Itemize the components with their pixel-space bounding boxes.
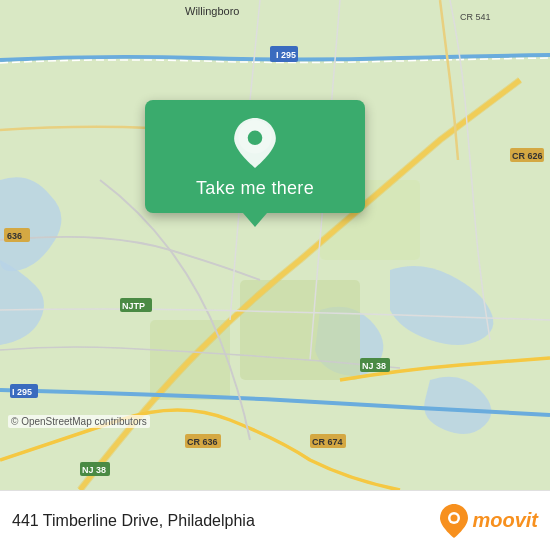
svg-text:I 295: I 295: [276, 50, 296, 60]
svg-text:NJTP: NJTP: [122, 301, 145, 311]
take-me-there-label: Take me there: [196, 178, 314, 199]
svg-text:CR 636: CR 636: [187, 437, 218, 447]
svg-text:CR 626: CR 626: [512, 151, 543, 161]
map-attribution: © OpenStreetMap contributors: [8, 415, 150, 428]
svg-text:NJ 38: NJ 38: [82, 465, 106, 475]
map-container: Willingboro CR 541 I 295 CR 626 636 NJTP…: [0, 0, 550, 490]
svg-text:I 295: I 295: [12, 387, 32, 397]
moovit-pin-logo: [440, 504, 468, 538]
svg-point-24: [248, 131, 263, 146]
svg-text:636: 636: [7, 231, 22, 241]
bottom-bar: 441 Timberline Drive, Philadelphia moovi…: [0, 490, 550, 550]
svg-point-26: [451, 514, 458, 521]
location-pin-icon: [230, 118, 280, 168]
svg-text:Willingboro: Willingboro: [185, 5, 239, 17]
moovit-logo: moovit: [440, 504, 538, 538]
take-me-there-card[interactable]: Take me there: [145, 100, 365, 213]
address-text: 441 Timberline Drive, Philadelphia: [12, 512, 255, 530]
moovit-text: moovit: [472, 509, 538, 532]
svg-text:CR 541: CR 541: [460, 12, 491, 22]
svg-text:CR 674: CR 674: [312, 437, 343, 447]
svg-text:NJ 38: NJ 38: [362, 361, 386, 371]
